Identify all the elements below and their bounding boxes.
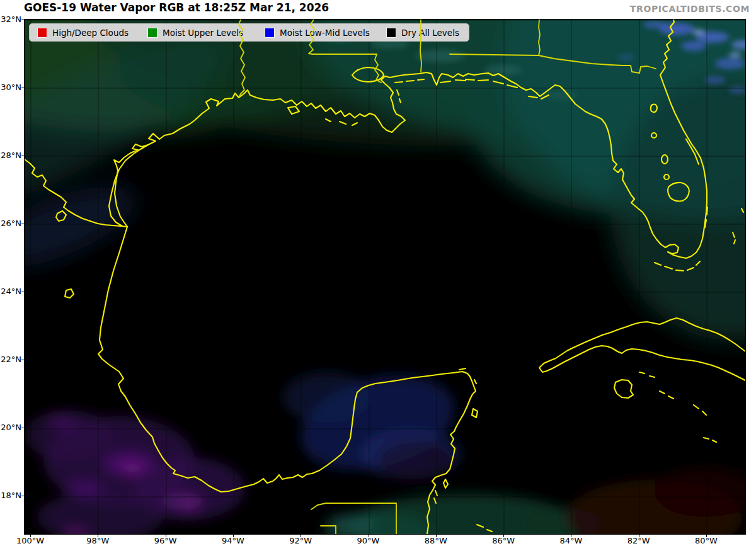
legend-label: High/Deep Clouds	[52, 28, 129, 38]
legend-swatch-icon	[265, 28, 275, 38]
lat-tick-label: 30°N	[0, 83, 21, 92]
legend-item: Dry All Levels	[386, 24, 459, 41]
lon-tick-mark	[98, 534, 98, 537]
lat-tick-label: 22°N	[0, 355, 21, 364]
legend-item: Moist Upper Levels	[147, 24, 243, 41]
satellite-imagery-layer	[25, 20, 745, 534]
lon-tick-label: 84°W	[552, 537, 590, 545]
lon-tick-mark	[233, 534, 234, 537]
lon-tick-mark	[369, 534, 369, 537]
legend-label: Dry All Levels	[401, 28, 459, 38]
lat-tick-label: 20°N	[0, 423, 21, 432]
lon-tick-mark	[301, 534, 301, 537]
watermark-text: TROPICALTIDBITS.COM	[630, 4, 750, 14]
lon-tick-label: 96°W	[147, 537, 185, 545]
legend-swatch-icon	[386, 28, 396, 38]
lon-tick-label: 80°W	[687, 537, 725, 545]
lat-tick-label: 28°N	[0, 151, 21, 160]
page-title: GOES-19 Water Vapor RGB at 18:25Z Mar 21…	[24, 1, 329, 14]
legend-bar: High/Deep CloudsMoist Upper LevelsMoist …	[29, 23, 469, 42]
lon-tick-mark	[571, 534, 571, 537]
lon-tick-label: 94°W	[214, 537, 252, 545]
map-canvas: High/Deep CloudsMoist Upper LevelsMoist …	[24, 19, 746, 535]
lon-tick-label: 100°W	[11, 537, 49, 545]
legend-label: Moist Low-Mid Levels	[280, 28, 370, 38]
legend-swatch-icon	[37, 28, 47, 38]
lon-tick-mark	[30, 534, 31, 537]
lon-tick-label: 82°W	[620, 537, 658, 545]
lon-tick-mark	[503, 534, 504, 537]
legend-swatch-icon	[147, 28, 158, 38]
satellite-map-page: GOES-19 Water Vapor RGB at 18:25Z Mar 21…	[0, 0, 756, 546]
lat-tick-label: 32°N	[0, 15, 21, 24]
lon-tick-label: 98°W	[79, 537, 117, 545]
lon-tick-label: 86°W	[484, 537, 522, 545]
lat-tick-label: 24°N	[0, 287, 21, 296]
lon-tick-label: 92°W	[282, 537, 319, 545]
legend-item: High/Deep Clouds	[37, 24, 129, 41]
lon-tick-mark	[166, 534, 166, 537]
lon-tick-mark	[639, 534, 639, 537]
legend-item: Moist Low-Mid Levels	[265, 24, 370, 41]
lon-tick-mark	[706, 534, 707, 537]
lat-tick-label: 26°N	[0, 219, 21, 228]
lon-tick-mark	[436, 534, 437, 537]
lon-tick-label: 88°W	[417, 537, 455, 545]
legend-label: Moist Upper Levels	[163, 28, 243, 38]
lon-tick-label: 90°W	[350, 537, 387, 545]
lat-tick-label: 18°N	[0, 491, 21, 500]
